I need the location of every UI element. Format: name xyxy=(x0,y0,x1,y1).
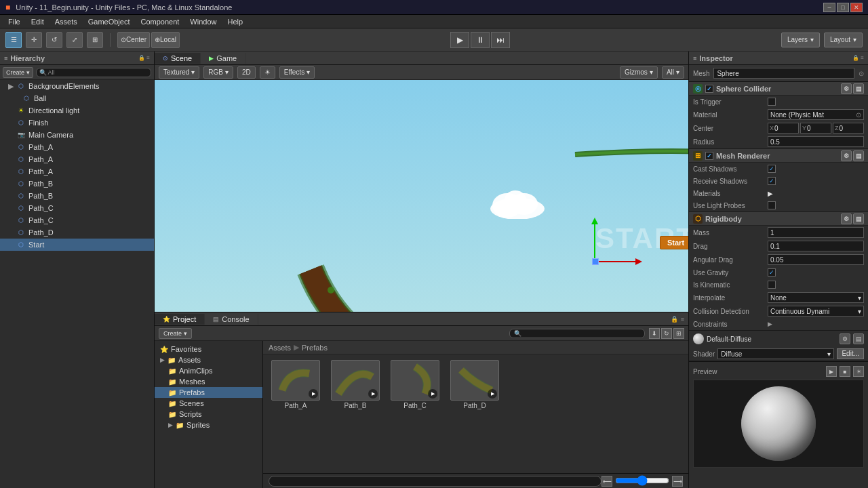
mass-field[interactable]: 1 xyxy=(768,227,864,238)
center-z-field[interactable]: Z0 xyxy=(833,123,864,134)
hierarchy-item-pathc2[interactable]: ⬡ Path_C xyxy=(0,214,154,226)
step-button[interactable]: ⏭ xyxy=(491,32,510,48)
renderer-gear-icon[interactable]: ⚙ xyxy=(841,150,852,161)
rigidbody-settings-icon[interactable]: ▤ xyxy=(853,214,864,224)
drag-field[interactable]: 0.1 xyxy=(768,241,864,251)
hierarchy-item-pathc1[interactable]: ⬡ Path_C xyxy=(0,202,154,214)
menu-file[interactable]: File xyxy=(3,16,26,27)
scenes-item[interactable]: 📁 Scenes xyxy=(155,398,262,409)
hierarchy-item-patha3[interactable]: ⬡ Path_A xyxy=(0,165,154,178)
console-tab[interactable]: ▤ Console xyxy=(205,314,258,325)
inspector-lock[interactable]: 🔒 xyxy=(852,55,859,61)
sphere-collider-header[interactable]: ◎ ✓ Sphere Collider ⚙ ▤ xyxy=(689,82,868,96)
collider-gear-icon[interactable]: ⚙ xyxy=(841,83,852,94)
menu-icon[interactable]: ≡ xyxy=(681,316,684,323)
hand-tool[interactable]: ☰ xyxy=(5,32,22,48)
use-light-probes-checkbox[interactable] xyxy=(768,201,776,209)
scene-view[interactable]: START! Start ⊙ xyxy=(155,80,688,312)
rigidbody-header[interactable]: ⬡ Rigidbody ⚙ ▤ xyxy=(689,212,868,226)
material-gear-icon[interactable]: ⚙ xyxy=(840,333,850,344)
textured-dropdown[interactable]: Textured ▾ xyxy=(159,66,199,79)
center-y-field[interactable]: Y0 xyxy=(800,123,831,134)
project-create-button[interactable]: Create ▾ xyxy=(159,328,192,339)
hierarchy-search[interactable]: 🔍 All xyxy=(36,68,151,77)
local-toggle[interactable]: ⊕ Local xyxy=(151,32,180,48)
shader-dropdown[interactable]: Diffuse ▾ xyxy=(717,348,834,359)
material-field[interactable]: None (Physic Mat ⊙ xyxy=(768,109,864,120)
hierarchy-item-directionallight[interactable]: ☀ Directional light xyxy=(0,104,154,117)
mesh-value[interactable]: Sphere xyxy=(713,68,854,79)
center-toggle[interactable]: ⊙ Center xyxy=(117,32,150,48)
shader-edit-button[interactable]: Edit... xyxy=(837,348,864,359)
collider-settings-icon[interactable]: ▤ xyxy=(853,83,864,94)
layout-dropdown[interactable]: Layout ▾ xyxy=(824,33,863,47)
asset-play-icon[interactable]: ▶ xyxy=(488,389,497,399)
preview-play-button[interactable]: ▶ xyxy=(826,366,837,377)
all-dropdown[interactable]: All ▾ xyxy=(662,66,684,79)
renderer-enabled-checkbox[interactable]: ✓ xyxy=(705,152,713,160)
preview-stop-button[interactable]: ■ xyxy=(840,366,850,377)
asset-play-icon[interactable]: ▶ xyxy=(368,389,378,399)
scene-tab[interactable]: ⊙ Scene xyxy=(155,53,201,64)
prefabs-item[interactable]: 📁 Prefabs xyxy=(155,387,262,398)
rect-tool[interactable]: ⊞ xyxy=(87,32,103,48)
layers-dropdown[interactable]: Layers ▾ xyxy=(781,33,820,47)
close-button[interactable]: ✕ xyxy=(850,3,863,12)
interpolate-dropdown[interactable]: None ▾ xyxy=(768,292,864,303)
mesh-pick-icon[interactable]: ⊙ xyxy=(859,70,864,77)
renderer-settings-icon[interactable]: ▤ xyxy=(853,150,864,161)
hierarchy-item-pathd[interactable]: ⬡ Path_D xyxy=(0,226,154,239)
assets-item[interactable]: ▶ 📁 Assets xyxy=(155,354,262,365)
meshes-item[interactable]: 📁 Meshes xyxy=(155,376,262,387)
radius-field[interactable]: 0.5 xyxy=(768,136,864,147)
collision-dropdown[interactable]: Continuous Dynami ▾ xyxy=(768,306,864,317)
hierarchy-item-pathb1[interactable]: ⬡ Path_B xyxy=(0,178,154,190)
materials-expand[interactable]: ▶ xyxy=(768,190,864,197)
play-button[interactable]: ▶ xyxy=(450,32,469,48)
hierarchy-item-pathb2[interactable]: ⬡ Path_B xyxy=(0,190,154,202)
scripts-item[interactable]: 📁 Scripts xyxy=(155,409,262,420)
asset-item-pathc[interactable]: ▶ Path_C xyxy=(388,360,442,409)
project-tab[interactable]: ⭐ Project xyxy=(155,314,205,325)
move-tool[interactable]: ✛ xyxy=(26,32,42,48)
minimize-button[interactable]: – xyxy=(823,3,835,12)
inspector-menu[interactable]: ≡ xyxy=(861,55,864,61)
hierarchy-item-start[interactable]: ⬡ Start xyxy=(0,239,154,251)
menu-edit[interactable]: Edit xyxy=(26,16,50,27)
menu-window[interactable]: Window xyxy=(184,16,222,27)
hierarchy-item-backgroundelements[interactable]: ▶ ⬡ BackgroundElements xyxy=(0,80,154,92)
hierarchy-item-patha2[interactable]: ⬡ Path_A xyxy=(0,153,154,165)
material-settings-icon[interactable]: ▤ xyxy=(853,333,864,344)
import-button[interactable]: ⬇ xyxy=(649,328,660,339)
pause-button[interactable]: ⏸ xyxy=(471,32,490,48)
scale-tool[interactable]: ⤢ xyxy=(66,32,83,48)
center-x-field[interactable]: X0 xyxy=(768,123,799,134)
asset-play-icon[interactable]: ▶ xyxy=(309,389,318,399)
gizmos-dropdown[interactable]: Gizmos ▾ xyxy=(620,66,658,79)
hierarchy-item-patha1[interactable]: ⬡ Path_A xyxy=(0,141,154,153)
rgb-dropdown[interactable]: RGB ▾ xyxy=(203,66,233,79)
is-kinematic-checkbox[interactable] xyxy=(768,281,776,289)
asset-play-icon[interactable]: ▶ xyxy=(428,389,437,399)
cast-shadows-checkbox[interactable] xyxy=(768,165,776,173)
hierarchy-menu[interactable]: ≡ xyxy=(146,55,150,61)
asset-item-pathb[interactable]: ▶ Path_B xyxy=(328,360,382,409)
asset-item-patha[interactable]: ▶ Path_A xyxy=(269,360,323,409)
use-gravity-checkbox[interactable] xyxy=(768,268,776,277)
lighting-button[interactable]: ☀ xyxy=(260,66,275,79)
hierarchy-item-maincamera[interactable]: 📷 Main Camera xyxy=(0,129,154,141)
hierarchy-item-ball[interactable]: ⬡ Ball xyxy=(0,92,154,104)
menu-assets[interactable]: Assets xyxy=(50,16,83,27)
project-search[interactable]: 🔍 xyxy=(509,329,645,338)
animclips-item[interactable]: 📁 AnimClips xyxy=(155,365,262,376)
2d-button[interactable]: 2D xyxy=(237,66,256,79)
refresh-button[interactable]: ↻ xyxy=(661,328,672,339)
search-input[interactable] xyxy=(269,476,601,487)
menu-gameobject[interactable]: GameObject xyxy=(83,16,136,27)
favorites-item[interactable]: ⭐ Favorites xyxy=(155,344,262,354)
sprites-item[interactable]: ▶ 📁 Sprites xyxy=(155,420,262,430)
angular-drag-field[interactable]: 0.05 xyxy=(768,254,864,265)
hierarchy-create-button[interactable]: Create ▾ xyxy=(3,67,33,78)
preview-settings-button[interactable]: ☀ xyxy=(853,366,864,377)
mesh-renderer-header[interactable]: ⊞ ✓ Mesh Renderer ⚙ ▤ xyxy=(689,149,868,163)
